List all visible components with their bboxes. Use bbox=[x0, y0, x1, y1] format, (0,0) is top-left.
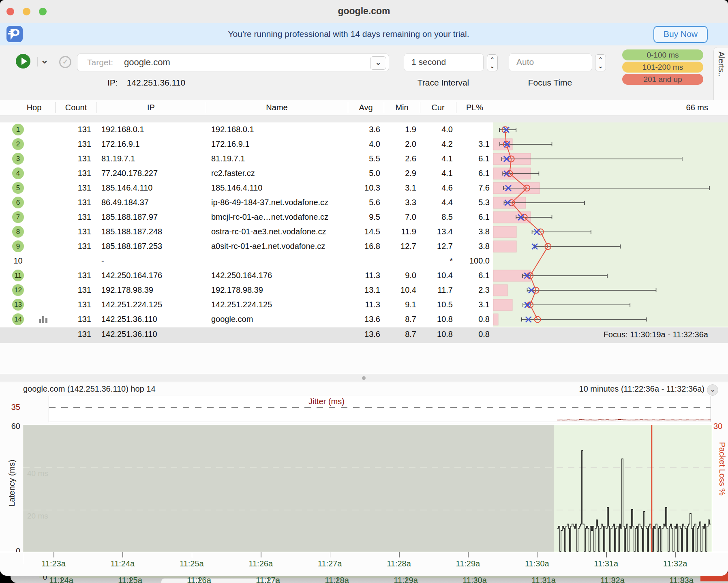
hop-cur: * bbox=[416, 256, 453, 266]
ip-value: 142.251.36.110 bbox=[127, 78, 185, 87]
col-name[interactable]: Name bbox=[206, 103, 348, 112]
hop-cur: 10.4 bbox=[416, 271, 453, 280]
hop-name: 192.178.98.39 bbox=[211, 285, 263, 295]
start-trace-button[interactable] bbox=[16, 54, 30, 69]
focus-time-value: Auto bbox=[516, 57, 534, 67]
hop-number: 11 bbox=[12, 270, 24, 281]
column-divider bbox=[456, 102, 456, 113]
column-divider bbox=[55, 102, 56, 113]
column-divider bbox=[384, 102, 384, 113]
hop-row-12[interactable]: 12131192.178.98.39192.178.98.3913.110.41… bbox=[0, 283, 728, 298]
alerts-side-tab[interactable]: Alerts.. bbox=[713, 47, 728, 101]
time-tick bbox=[54, 552, 54, 557]
background-time-tick-label: 11:26a bbox=[181, 576, 217, 583]
col-hop[interactable]: Hop bbox=[12, 103, 56, 112]
hop-row-4[interactable]: 413177.240.178.227rc2.faster.cz5.02.94.1… bbox=[0, 166, 728, 181]
col-cur[interactable]: Cur bbox=[420, 103, 456, 112]
toolbar-divider bbox=[37, 57, 38, 66]
hop-row-1[interactable]: 1131192.168.0.1192.168.0.13.61.94.0 bbox=[0, 122, 728, 137]
time-tick bbox=[537, 552, 538, 557]
hop-ip: 185.188.187.253 bbox=[101, 242, 162, 251]
splitter-handle-icon bbox=[362, 376, 366, 380]
legend-201-up: 201 and up bbox=[622, 74, 703, 85]
time-axis[interactable]: 11:23a11:24a11:25a11:26a11:27a11:28a11:2… bbox=[0, 552, 728, 574]
hop-cur: 12.7 bbox=[416, 242, 453, 251]
pane-splitter[interactable] bbox=[0, 374, 728, 382]
hop-row-6[interactable]: 613186.49.184.37ip-86-49-184-37.net.voda… bbox=[0, 195, 728, 210]
hop-pl: 6.1 bbox=[453, 154, 490, 163]
jitter-axis-tick: 35 bbox=[0, 403, 20, 412]
col-avg[interactable]: Avg bbox=[348, 103, 384, 112]
stepper-down-icon[interactable]: ⌄ bbox=[595, 64, 606, 69]
hop-pl: 6.1 bbox=[453, 271, 490, 280]
latency-axis-max: 60 bbox=[0, 422, 20, 431]
hop-number: 14 bbox=[12, 313, 24, 325]
summary-cur: 10.8 bbox=[416, 330, 453, 339]
trace-interval-stepper[interactable]: ⌃ ⌄ bbox=[487, 54, 498, 71]
focus-time-input[interactable]: Auto bbox=[509, 54, 592, 71]
stepper-up-icon[interactable]: ⌃ bbox=[487, 57, 497, 62]
hop-row-13[interactable]: 13131142.251.224.125142.251.224.12511.39… bbox=[0, 298, 728, 312]
hop-row-9[interactable]: 9131185.188.187.253a0sit-rc-01-ae1.net.v… bbox=[0, 239, 728, 254]
summary-row[interactable]: 131 142.251.36.110 13.6 8.7 10.8 0.8 Foc… bbox=[0, 327, 728, 343]
hop-name: 192.168.0.1 bbox=[211, 125, 254, 134]
target-input[interactable]: Target: google.com ⌄ bbox=[77, 54, 389, 71]
hop-number: 2 bbox=[12, 138, 24, 150]
hop-row-8[interactable]: 8131185.188.187.248ostra-rc-01-ae3.net.v… bbox=[0, 225, 728, 239]
hop-pl: 3.1 bbox=[453, 139, 490, 149]
col-pl[interactable]: PL% bbox=[456, 103, 493, 112]
latency-timeline-chart[interactable]: 40 ms 20 ms bbox=[23, 425, 712, 553]
hop-cur: 4.2 bbox=[416, 139, 453, 149]
hop-row-14[interactable]: 14131142.251.36.110google.com13.68.710.8… bbox=[0, 312, 728, 327]
hop-row-10[interactable]: 10-*100.0 bbox=[0, 254, 728, 268]
hop-count: 131 bbox=[49, 183, 91, 193]
hop-ip: 192.168.0.1 bbox=[101, 125, 144, 134]
hop-chart-icon[interactable] bbox=[39, 316, 49, 323]
background-time-tick-label: 11:24a bbox=[43, 576, 79, 583]
hop-number: 4 bbox=[12, 167, 24, 179]
window-title: google.com bbox=[0, 6, 728, 17]
hop-pl: 3.8 bbox=[453, 242, 490, 251]
hop-min: 9.1 bbox=[380, 300, 416, 309]
time-tick-label: 11:29a bbox=[450, 559, 486, 568]
hop-row-11[interactable]: 11131142.250.164.176142.250.164.17611.39… bbox=[0, 268, 728, 283]
hop-name: ostra-rc-01-ae3.net.vodafone.cz bbox=[211, 227, 326, 236]
hop-count: 131 bbox=[49, 169, 91, 178]
background-time-tick-label: 11:25a bbox=[112, 576, 148, 583]
check-circle-icon[interactable]: ✓ bbox=[59, 56, 71, 68]
focus-range: Focus: 11:30:19a - 11:32:36a bbox=[465, 330, 708, 339]
stepper-up-icon[interactable]: ⌃ bbox=[595, 57, 606, 62]
time-tick-label: 11:31a bbox=[588, 559, 624, 568]
trace-options-chevron-icon[interactable]: ⌄ bbox=[41, 54, 49, 66]
trace-interval-input[interactable]: 1 second bbox=[404, 54, 484, 71]
focus-time-stepper[interactable]: ⌃ ⌄ bbox=[595, 54, 606, 71]
jitter-chart[interactable]: Jitter (ms) bbox=[49, 396, 711, 422]
timeline-range-chevron-icon[interactable]: ⌄ bbox=[707, 384, 718, 396]
col-min[interactable]: Min bbox=[384, 103, 420, 112]
toolbar: ⌄ ✓ Target: google.com ⌄ 1 second ⌃ ⌄ Au… bbox=[0, 45, 728, 100]
summary-count: 131 bbox=[49, 330, 91, 339]
hop-number: 3 bbox=[12, 153, 24, 165]
hop-pl: 6.1 bbox=[453, 212, 490, 222]
hop-name: 142.251.224.125 bbox=[211, 300, 272, 309]
hop-pl: 3.1 bbox=[453, 300, 490, 309]
col-ip[interactable]: IP bbox=[96, 103, 206, 112]
title-bar: google.com bbox=[0, 0, 728, 24]
buy-now-button[interactable]: Buy Now bbox=[653, 26, 708, 43]
timeline-range[interactable]: 10 minutes (11:22:36a - 11:32:36a) bbox=[461, 384, 704, 394]
target-placeholder-label: Target: bbox=[87, 58, 113, 67]
hop-row-3[interactable]: 313181.19.7.181.19.7.15.52.64.16.1 bbox=[0, 152, 728, 166]
hop-row-2[interactable]: 2131172.16.9.1172.16.9.14.02.04.23.1 bbox=[0, 137, 728, 152]
col-count[interactable]: Count bbox=[56, 103, 96, 112]
hop-row-5[interactable]: 5131185.146.4.110185.146.4.11010.33.14.6… bbox=[0, 181, 728, 195]
time-tick bbox=[468, 552, 469, 557]
stepper-down-icon[interactable]: ⌄ bbox=[487, 64, 497, 69]
hop-row-7[interactable]: 7131185.188.187.97bmcjl-rc-01-ae…net.vod… bbox=[0, 210, 728, 225]
hop-ip: 142.251.36.110 bbox=[101, 315, 157, 324]
hop-avg: 5.5 bbox=[344, 154, 380, 163]
target-dropdown-button[interactable]: ⌄ bbox=[370, 56, 386, 70]
hop-count: 131 bbox=[49, 285, 91, 295]
resolved-ip: IP:142.251.36.110 bbox=[107, 78, 185, 88]
hop-avg: 4.0 bbox=[344, 139, 380, 149]
hop-min: 10.4 bbox=[380, 285, 416, 295]
